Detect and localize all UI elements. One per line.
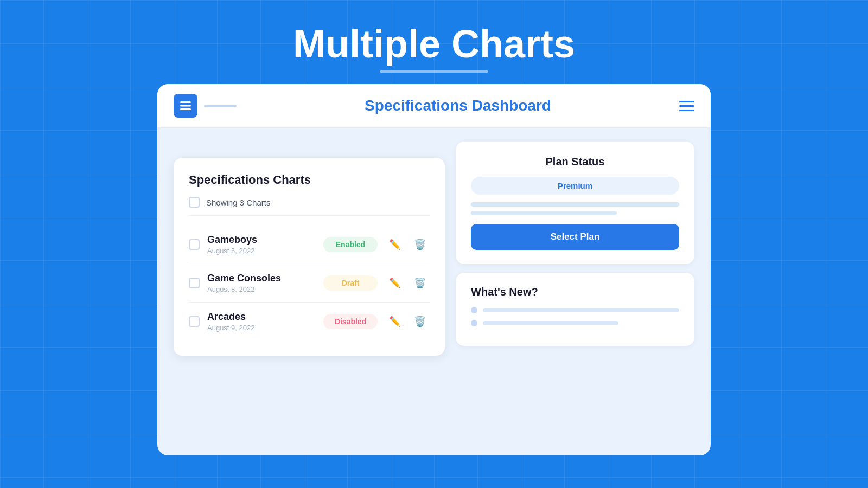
gameboys-actions: ✏️ 🗑️ <box>385 235 430 254</box>
game-consoles-name: Game Consoles <box>207 273 316 284</box>
svg-rect-2 <box>180 108 191 110</box>
arcades-delete-button[interactable]: 🗑️ <box>410 312 430 331</box>
header-logo-area <box>174 94 237 118</box>
list-icon <box>179 99 192 112</box>
game-consoles-actions: ✏️ 🗑️ <box>385 273 430 293</box>
svg-rect-0 <box>180 101 191 103</box>
game-consoles-info: Game Consoles August 8, 2022 <box>207 273 316 293</box>
dashboard-header: Specifications Dashboard <box>157 84 711 128</box>
arcades-date: August 9, 2022 <box>207 324 316 332</box>
plan-lines <box>471 202 679 215</box>
edit-icon: ✏️ <box>389 239 401 251</box>
left-panel-title: Specifications Charts <box>189 173 430 187</box>
hamburger-line-3 <box>679 110 694 111</box>
news-line-bar-1 <box>483 308 679 312</box>
game-consoles-checkbox[interactable] <box>189 278 200 288</box>
news-line-row-2 <box>471 320 679 326</box>
dashboard-content: Specifications Charts Showing 3 Charts G… <box>157 128 711 455</box>
news-line-bar-2 <box>483 321 618 325</box>
dashboard-title: Specifications Dashboard <box>237 97 679 114</box>
whats-new-card: What's New? <box>456 273 694 346</box>
chart-item-game-consoles: Game Consoles August 8, 2022 Draft ✏️ 🗑️ <box>189 264 430 303</box>
plan-status-card: Plan Status Premium Select Plan <box>456 142 694 264</box>
edit-icon-3: ✏️ <box>389 316 401 328</box>
arcades-name: Arcades <box>207 311 316 323</box>
page-title: Multiple Charts <box>0 0 868 66</box>
premium-badge: Premium <box>471 177 679 195</box>
right-panel: Plan Status Premium Select Plan What's N… <box>456 142 694 441</box>
svg-rect-1 <box>180 105 191 107</box>
edit-icon-2: ✏️ <box>389 277 401 289</box>
plan-line-1 <box>471 202 679 207</box>
chart-item-arcades: Arcades August 9, 2022 Disabled ✏️ 🗑️ <box>189 303 430 341</box>
gameboys-edit-button[interactable]: ✏️ <box>385 235 405 254</box>
game-consoles-edit-button[interactable]: ✏️ <box>385 273 405 293</box>
delete-icon: 🗑️ <box>414 239 426 251</box>
dashboard-wrapper: Specifications Dashboard Specifications … <box>157 84 711 455</box>
news-line-row-1 <box>471 307 679 313</box>
delete-icon-3: 🗑️ <box>414 316 426 328</box>
delete-icon-2: 🗑️ <box>414 277 426 289</box>
gameboys-info: Gameboys August 5, 2022 <box>207 234 316 255</box>
arcades-info: Arcades August 9, 2022 <box>207 311 316 332</box>
plan-line-2 <box>471 211 617 215</box>
select-plan-button[interactable]: Select Plan <box>471 224 679 250</box>
hamburger-menu-button[interactable] <box>679 101 694 111</box>
gameboys-checkbox[interactable] <box>189 239 200 250</box>
select-all-checkbox[interactable] <box>189 197 200 208</box>
chart-item-gameboys: Gameboys August 5, 2022 Enabled ✏️ 🗑️ <box>189 226 430 264</box>
show-count-row: Showing 3 Charts <box>189 197 430 216</box>
news-dot-2 <box>471 320 477 326</box>
logo-box <box>174 94 197 118</box>
header-logo-line <box>204 105 237 107</box>
gameboys-status: Enabled <box>323 237 378 252</box>
news-dot-1 <box>471 307 477 313</box>
plan-status-title: Plan Status <box>471 156 679 168</box>
arcades-edit-button[interactable]: ✏️ <box>385 312 405 331</box>
arcades-checkbox[interactable] <box>189 316 200 327</box>
arcades-actions: ✏️ 🗑️ <box>385 312 430 331</box>
game-consoles-delete-button[interactable]: 🗑️ <box>410 273 430 293</box>
game-consoles-status: Draft <box>323 275 378 291</box>
game-consoles-date: August 8, 2022 <box>207 285 316 293</box>
gameboys-delete-button[interactable]: 🗑️ <box>410 235 430 254</box>
whats-new-title: What's New? <box>471 286 679 298</box>
showing-count-label: Showing 3 Charts <box>206 198 270 207</box>
gameboys-date: August 5, 2022 <box>207 247 316 255</box>
left-panel: Specifications Charts Showing 3 Charts G… <box>174 158 445 356</box>
arcades-status: Disabled <box>323 314 378 329</box>
hamburger-line-2 <box>679 105 694 107</box>
hamburger-line-1 <box>679 101 694 102</box>
gameboys-name: Gameboys <box>207 234 316 246</box>
